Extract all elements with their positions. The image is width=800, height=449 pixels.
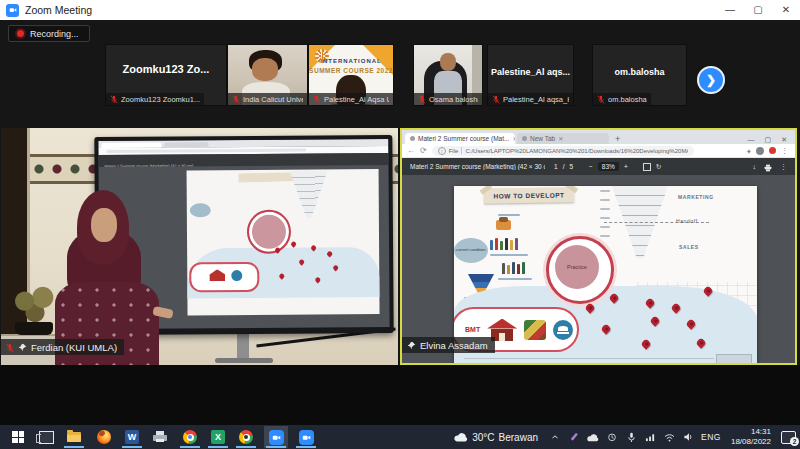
chrome-browser: Materi 2 Summer course (Mat... ✕ New Tab… [402,130,795,363]
blue-badge-icon [553,320,573,340]
taskbar-printer[interactable] [148,426,172,448]
print-icon[interactable] [764,158,772,176]
pdf-viewport[interactable]: HOW TO DEVELOPT current condition [402,175,795,363]
participant-thumbnail[interactable]: Palestine_Al aqs... Palestine_Al aqsa_Ho… [487,44,574,106]
decor [461,147,462,154]
fit-page-icon[interactable] [643,163,651,171]
action-center-button[interactable]: 2 [781,431,796,444]
rotate-icon[interactable]: ↻ [656,163,661,171]
zoom-camera-icon [299,430,314,445]
clock-icon[interactable] [606,431,618,443]
taskbar-word[interactable]: W [120,426,144,448]
taskbar-zoom-second[interactable] [294,426,318,448]
mosaic-image [524,320,546,340]
firefox-icon [97,430,111,444]
pdf-toolbar: Materi 2 Summer course (Marketing) (42 ×… [402,158,795,175]
next-participants-button[interactable]: ❯ [697,66,725,94]
wifi-icon[interactable] [663,431,675,443]
participant-thumbnail[interactable]: om.balosha om.balosha [592,44,687,106]
url-scheme: File [449,148,459,154]
notification-badge: 2 [790,437,799,446]
taskbar-clock[interactable]: 14:31 18/08/2022 [728,427,774,447]
decor [600,190,610,237]
current-condition-blob: current condition [454,238,488,263]
browser-tab-active[interactable]: Materi 2 Summer course (Mat... ✕ [405,133,515,144]
folder-icon [67,432,81,442]
taskbar-chrome[interactable] [178,426,202,448]
decor [290,241,297,248]
decor [189,262,259,292]
extensions-icon[interactable]: ⚹ [747,147,751,155]
maximize-button[interactable]: ▢ [744,0,772,20]
participant-thumbnail[interactable]: India Calicut Universit... [227,44,308,106]
hidden-icons-chevron[interactable] [549,431,561,443]
pdf-more-icon[interactable]: ⋮ [780,163,787,171]
participant-label: Zoomku123 Zoomku1... [106,93,204,105]
browser-minimize-button[interactable]: — [748,136,755,144]
zoom-level[interactable]: 83% [598,162,619,171]
recording-indicator[interactable]: Recording... [8,25,90,42]
slide-title: HOW TO DEVELOPT [493,191,564,199]
participant-label: Palestine_Al aqsa_Ho... [488,93,573,105]
browser-menu-icon[interactable]: ⋮ [781,147,788,155]
tab-close-icon[interactable]: ✕ [558,135,563,142]
funnel-label: SALES [679,244,699,250]
chrome-profile-icon [239,430,253,444]
profile-avatar[interactable] [756,147,764,155]
minimize-button[interactable]: — [716,0,744,20]
muted-mic-icon [313,95,321,104]
pdf-page-current[interactable]: 1 [554,163,558,170]
network-signal-icon[interactable] [644,431,656,443]
participant-thumbnail[interactable]: INTERNATIONAL SUMMER COURSE 2022 Palesti… [308,44,394,106]
zoom-in-button[interactable]: + [624,163,628,170]
muted-mic-icon [492,95,500,104]
pin-icon [18,343,27,352]
decor [91,208,117,242]
main-video-presenter[interactable]: Materi 2 Summer course (Marketing) (42 ×… [1,128,398,365]
taskbar-chrome-profile[interactable] [234,426,258,448]
window-title: Zoom Meeting [25,4,92,16]
browser-tab-newtab[interactable]: New Tab ✕ [517,133,609,144]
browser-maximize-button[interactable]: ▢ [765,136,772,144]
zoom-logo-icon [6,4,19,17]
muted-mic-icon [232,95,240,104]
recording-extension-icon[interactable] [769,147,776,154]
weather-widget[interactable]: 30°C Berawan [454,432,542,443]
participant-label: India Calicut Universit... [228,93,307,105]
tab-close-icon[interactable]: ✕ [512,135,515,142]
new-tab-button[interactable]: + [615,134,620,144]
url-field[interactable]: i File C:/Users/LAPTOP%20LAMONGAN%20%201… [432,146,694,156]
browser-close-button[interactable]: ✕ [781,136,787,144]
zoom-out-button[interactable]: − [589,163,593,170]
main-video-screenshare[interactable]: Materi 2 Summer course (Mat... ✕ New Tab… [400,128,797,365]
taskbar-zoom-active[interactable] [264,426,288,448]
onedrive-cloud-icon[interactable] [587,431,599,443]
page-info-icon[interactable]: i [438,147,446,155]
back-icon[interactable]: ← [407,146,415,155]
language-indicator[interactable]: ENG [701,432,721,442]
recording-label: Recording... [30,29,79,39]
participant-thumbnail[interactable]: Zoomku123 Zo... Zoomku123 Zoomku1... [105,44,227,106]
pdf-page-total: 5 [569,163,573,170]
cloud-icon [454,432,468,442]
task-view-button[interactable] [34,426,58,448]
muted-mic-icon [597,95,605,104]
close-button[interactable]: ✕ [772,0,800,20]
participant-display-name: om.balosha [593,67,686,77]
participant-display-name: Zoomku123 Zo... [106,63,226,75]
decor [498,214,520,216]
decor [190,203,211,217]
task-view-icon [39,431,54,444]
handshake-icon [496,220,511,230]
participant-thumbnail[interactable]: Osama balosha [413,44,483,106]
taskbar-firefox[interactable] [92,426,116,448]
microphone-icon[interactable] [625,431,637,443]
download-icon[interactable]: ↓ [753,163,757,170]
taskbar-excel[interactable]: X [206,426,230,448]
pen-icon[interactable] [568,431,580,443]
start-button[interactable] [6,426,30,448]
speaker-icon[interactable] [682,431,694,443]
reload-icon[interactable]: ⟳ [420,146,427,155]
funnel-label: Handoff [676,218,698,224]
taskbar-file-explorer[interactable] [62,426,86,448]
